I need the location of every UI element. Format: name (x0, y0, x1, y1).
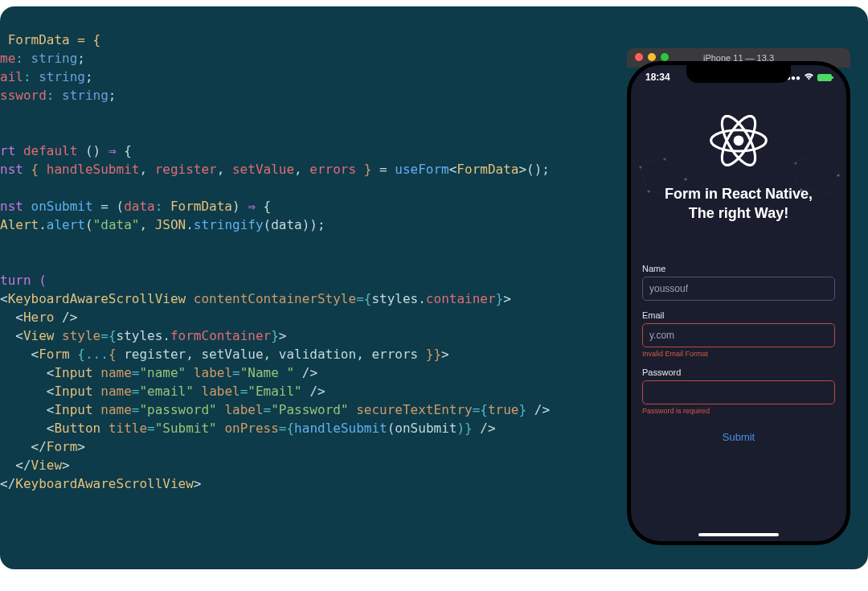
code-token: } (356, 162, 371, 177)
code-token: { (70, 347, 85, 362)
code-token: /> (526, 402, 550, 417)
code-token: > (279, 328, 287, 343)
phone-simulator: 18:34 ●●● (627, 61, 850, 545)
code-token: < (0, 402, 54, 417)
code-token: . (39, 217, 47, 232)
code-token: < (0, 347, 39, 362)
email-input[interactable] (642, 323, 835, 347)
code-token (93, 402, 101, 417)
code-token: , (217, 162, 232, 177)
code-token: /> (302, 384, 326, 399)
heading-line: Form in React Native, (665, 186, 813, 202)
submit-button[interactable]: Submit (642, 425, 835, 449)
code-token: ⇒ (248, 199, 256, 214)
code-token: onSubmit (395, 421, 457, 436)
code-token: } (518, 402, 526, 417)
home-indicator[interactable] (698, 533, 779, 536)
code-token (93, 384, 101, 399)
code-token: >(); (518, 162, 550, 177)
code-token: . (418, 291, 426, 306)
code-token: handleSubmit (294, 421, 387, 436)
code-token: container (426, 291, 496, 306)
code-token: /> (54, 310, 77, 325)
hero-section: Form in React Native, The right Way! (631, 115, 846, 224)
code-token: < (0, 310, 23, 325)
code-token: { (364, 291, 372, 306)
code-token: { (256, 199, 271, 214)
code-token: validation (279, 347, 356, 362)
code-token: KeyboardAwareScrollView (8, 291, 186, 306)
code-token: ssword (0, 88, 47, 103)
status-time: 18:34 (645, 72, 670, 83)
code-token: > (441, 347, 449, 362)
code-token: /> (473, 421, 496, 436)
minimize-icon[interactable] (648, 53, 656, 61)
code-token: name (100, 365, 132, 380)
code-token: JSON (155, 217, 186, 232)
code-token (54, 328, 62, 343)
code-token: label (194, 365, 232, 380)
code-token: < (0, 384, 54, 399)
code-token: FormData (170, 199, 232, 214)
email-label: Email (642, 310, 835, 320)
editor-container: FormData = { me: string; ail: string; ss… (0, 6, 868, 569)
code-token: , (356, 347, 371, 362)
code-token: stringify (194, 217, 264, 232)
password-label: Password (642, 367, 835, 377)
code-token: { (286, 421, 294, 436)
code-token: , (186, 347, 201, 362)
code-token: name (100, 402, 132, 417)
form: Name Email Invalid Email Format Password… (631, 264, 846, 449)
code-token (186, 291, 194, 306)
code-token: ) (232, 199, 248, 214)
code-token: Hero (23, 310, 55, 325)
svg-point-7 (734, 135, 744, 146)
code-token: KeyboardAwareScrollView (15, 476, 194, 491)
code-token: useForm (395, 162, 448, 177)
code-token: View (31, 458, 63, 473)
password-input[interactable] (642, 380, 835, 404)
code-token: Input (54, 402, 92, 417)
code-token: > (503, 291, 511, 306)
code-token: = (371, 162, 395, 177)
code-token: string (39, 69, 85, 84)
code-token: ail (0, 69, 23, 84)
code-token: styles (371, 291, 418, 306)
code-token: View (23, 328, 55, 343)
code-token: ( (387, 421, 395, 436)
code-token: turn ( (0, 273, 47, 288)
code-token: </ (0, 439, 47, 454)
code-token: FormData (457, 162, 518, 177)
code-token: . (162, 328, 170, 343)
code-token: = ( (93, 199, 125, 214)
code-token (100, 421, 108, 436)
code-token: rt (0, 143, 23, 158)
code-token: /> (294, 365, 317, 380)
code-token: ⇒ (108, 143, 117, 158)
code-token: Form (47, 439, 78, 454)
code-token: = (240, 384, 248, 399)
code-token (186, 365, 194, 380)
code-token: label (224, 402, 263, 417)
close-icon[interactable] (635, 53, 643, 61)
name-label: Name (642, 264, 835, 273)
code-token: </ (0, 458, 31, 473)
code-token: )} (457, 421, 472, 436)
code-token: < (0, 328, 23, 343)
code-token: = (356, 291, 364, 306)
maximize-icon[interactable] (661, 53, 669, 61)
code-token: errors (371, 347, 418, 362)
code-token: data (124, 199, 155, 214)
code-token: ; (77, 51, 85, 66)
code-token (349, 402, 357, 417)
code-token: > (194, 476, 202, 491)
code-token: styles (117, 328, 163, 343)
code-token: register (124, 347, 186, 362)
name-input[interactable] (642, 277, 835, 301)
code-token: . (186, 217, 194, 232)
code-token: } (271, 328, 279, 343)
code-token: = (132, 402, 140, 417)
code-token: = (132, 365, 140, 380)
code-token: title (108, 421, 147, 436)
code-token: < (0, 421, 54, 436)
